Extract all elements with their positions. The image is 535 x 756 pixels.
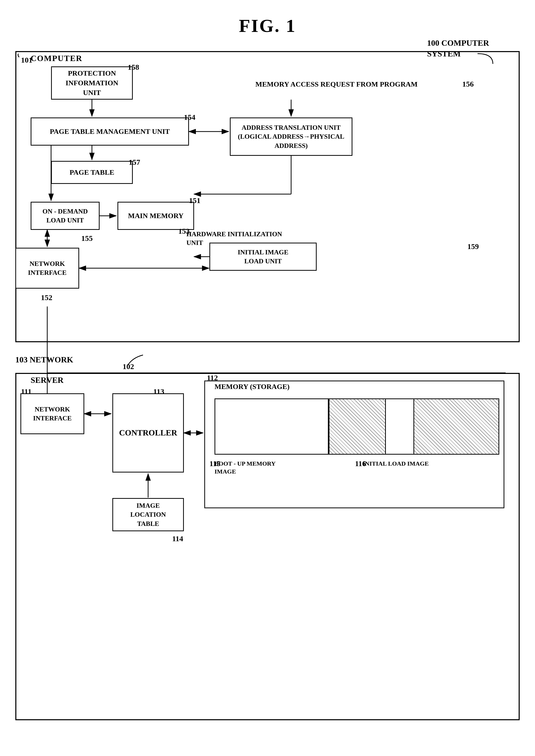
ref-152: 152 — [41, 293, 52, 302]
ref-151: 151 — [189, 196, 201, 205]
ref-113: 113 — [153, 387, 164, 396]
ref-102: 102 — [123, 362, 134, 371]
ref-100: 100 — [427, 38, 439, 47]
network-text: NETWORK — [30, 355, 73, 364]
atu-box: ADDRESS TRANSLATION UNIT (LOGICAL ADDRES… — [230, 118, 352, 156]
server-label: SERVER — [31, 376, 64, 385]
memory-inner-area — [214, 399, 499, 455]
ref-159: 159 — [467, 242, 479, 251]
memory-storage-label: MEMORY (STORAGE) — [214, 382, 290, 391]
bootup-label: BOOT - UP MEMORY IMAGE — [214, 460, 275, 476]
iilu-box: INITIAL IMAGE LOAD UNIT — [210, 243, 317, 271]
ref-111: 111 — [21, 387, 32, 396]
ref-156: 156 — [462, 80, 474, 88]
ref-157: 157 — [129, 158, 140, 167]
ref-103: 103 — [15, 355, 28, 364]
hatch-2 — [413, 399, 498, 454]
network-label: 103 NETWORK — [15, 355, 73, 364]
page-table-box: PAGE TABLE — [51, 161, 133, 184]
computer-label: COMPUTER — [31, 54, 82, 63]
img-loc-table-box: IMAGE LOCATION TABLE — [112, 498, 184, 531]
memory-access-request-label: MEMORY ACCESS REQUEST FROM PROGRAM — [255, 79, 417, 89]
ref-155: 155 — [81, 234, 93, 243]
ref-158: 158 — [128, 63, 139, 71]
white-mid — [385, 399, 413, 454]
ref-114: 114 — [172, 534, 183, 543]
net-iface-server-box: NETWORK INTERFACE — [20, 393, 84, 434]
odlu-box: ON - DEMAND LOAD UNIT — [31, 202, 99, 230]
ref-112: 112 — [207, 374, 218, 382]
ref-115: 115 — [210, 459, 220, 468]
initial-load-label: INITIAL LOAD IMAGE — [363, 460, 429, 468]
hatch-1 — [329, 399, 385, 454]
net-iface-computer-box: NETWORK INTERFACE — [15, 248, 79, 289]
protection-info-unit: PROTECTION INFORMATION UNIT — [51, 67, 133, 99]
ref-116: 116 — [355, 459, 366, 468]
ref-101: 101 — [21, 56, 32, 64]
ref-154: 154 — [184, 113, 195, 122]
main-memory-box: MAIN MEMORY — [118, 202, 194, 230]
controller-box: CONTROLLER — [112, 393, 184, 472]
ptmu-box: PAGE TABLE MANAGEMENT UNIT — [31, 118, 189, 146]
ref-153: 153 — [178, 227, 190, 236]
